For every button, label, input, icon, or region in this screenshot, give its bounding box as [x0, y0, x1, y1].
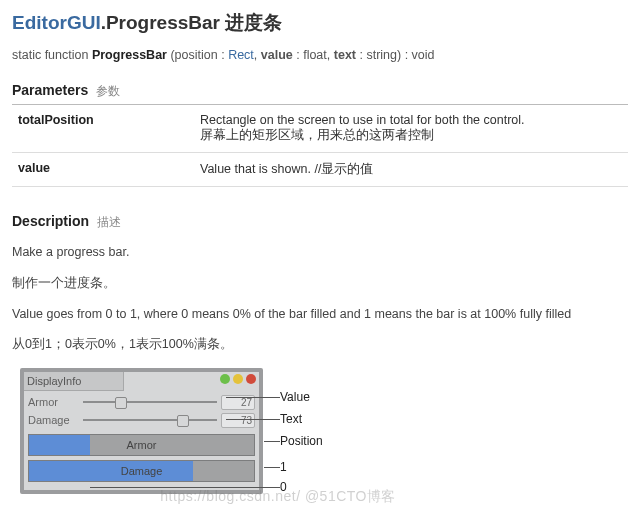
- slider-row: Damage 73: [28, 412, 255, 428]
- type-rect-link[interactable]: Rect: [228, 48, 254, 62]
- desc-line: 从0到1；0表示0%，1表示100%满条。: [12, 335, 628, 354]
- example-window: DisplayInfo Armor 27 Damage 73 Armor Dam…: [20, 368, 263, 494]
- minimize-icon: [220, 374, 230, 384]
- table-row: totalPosition Rectangle on the screen to…: [12, 105, 628, 153]
- table-row: value Value that is shown. //显示的值: [12, 153, 628, 187]
- page-title: EditorGUI.ProgressBar 进度条: [12, 10, 628, 36]
- title-class: EditorGUI: [12, 12, 101, 33]
- title-method: .ProgressBar: [101, 12, 220, 33]
- callout-position: Position: [280, 434, 323, 448]
- close-icon: [246, 374, 256, 384]
- signature: static function ProgressBar (position : …: [12, 48, 628, 62]
- damage-value[interactable]: 73: [221, 413, 255, 428]
- desc-line: 制作一个进度条。: [12, 274, 628, 293]
- window-title: DisplayInfo: [24, 372, 124, 391]
- parameters-heading: Parameters 参数: [12, 82, 628, 105]
- desc-line: Value goes from 0 to 1, where 0 means 0%…: [12, 305, 628, 324]
- callout-one: 1: [280, 460, 287, 474]
- maximize-icon: [233, 374, 243, 384]
- progress-bar-armor: Armor: [28, 434, 255, 456]
- title-cn: 进度条: [225, 12, 282, 33]
- param-name: value: [12, 153, 194, 187]
- watermark: https://blog.csdn.net/ @51CTO博客: [160, 488, 396, 506]
- damage-slider[interactable]: [83, 419, 217, 421]
- desc-line: Make a progress bar.: [12, 243, 628, 262]
- example-diagram: DisplayInfo Armor 27 Damage 73 Armor Dam…: [20, 368, 400, 508]
- param-name: totalPosition: [12, 105, 194, 153]
- param-desc: Value that is shown. //显示的值: [194, 153, 628, 187]
- param-desc: Rectangle on the screen to use in total …: [194, 105, 628, 153]
- window-controls: [220, 374, 256, 384]
- parameters-table: totalPosition Rectangle on the screen to…: [12, 105, 628, 187]
- callout-text: Text: [280, 412, 302, 426]
- callout-value: Value: [280, 390, 310, 404]
- slider-row: Armor 27: [28, 394, 255, 410]
- description-heading: Description 描述: [12, 213, 628, 231]
- progress-bar-damage: Damage: [28, 460, 255, 482]
- armor-slider[interactable]: [83, 401, 217, 403]
